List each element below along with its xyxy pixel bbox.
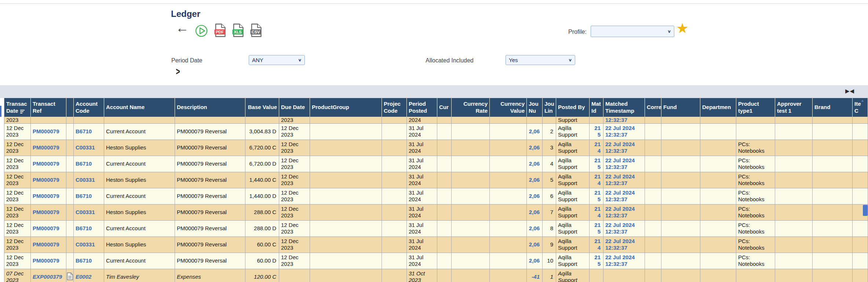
matched-link[interactable]: 22 Jul 2024 12:32:37 (605, 157, 635, 170)
account_code-link[interactable]: C00331 (76, 177, 95, 183)
ref-link[interactable]: PM000079 (33, 193, 59, 199)
cell-department (700, 123, 736, 140)
matched-link[interactable]: 22 Jul 2024 12:32:37 (605, 238, 635, 251)
mat_id-link[interactable]: 214 (594, 173, 601, 186)
favorite-star-icon[interactable]: ★ (676, 21, 689, 35)
matched-link[interactable]: 22 Jul 2024 12:32:37 (605, 125, 635, 138)
col-posted_by[interactable]: Posted By (556, 98, 590, 117)
jou_nu-link[interactable]: 2,06 (529, 209, 540, 215)
col-cur[interactable]: Cur (437, 98, 452, 117)
left-scroll-thumb[interactable] (0, 106, 1, 117)
col-currency_rate[interactable]: Currency Rate (452, 98, 490, 117)
document-icon[interactable] (67, 272, 73, 280)
col-account_name[interactable]: Account Name (104, 98, 175, 117)
export-pdf-icon[interactable]: PDF (214, 24, 226, 39)
matched-link[interactable]: 22 Jul 2024 12:32:37 (605, 222, 635, 235)
mat_id-link[interactable]: 215 (594, 157, 601, 170)
col-ref[interactable]: Transact Ref (31, 98, 66, 117)
matched-link[interactable]: 22 Jul 2024 12:32:37 (605, 189, 635, 202)
cell-doc (66, 220, 74, 236)
jou_nu-link[interactable]: 2,06 (529, 241, 540, 247)
jou_nu-link[interactable]: 2,06 (529, 177, 540, 183)
col-item_c[interactable]: Ite C (853, 98, 868, 117)
mat_id-link[interactable]: 214 (594, 206, 601, 218)
ref-link[interactable]: PM000079 (33, 257, 59, 264)
cell-brand (813, 123, 853, 140)
account_code-link[interactable]: E0002 (76, 274, 91, 280)
col-matched[interactable]: Matched Timestamp (603, 98, 645, 117)
account_code-link[interactable]: C00331 (76, 209, 95, 215)
allocated-included-select[interactable]: Yes ∨ (506, 55, 575, 65)
export-csv-icon[interactable]: CSV (250, 24, 262, 39)
jou_nu-link[interactable]: 2,06 (529, 128, 540, 134)
account_code-link[interactable]: B6710 (76, 160, 92, 167)
jou_nu-link[interactable]: 2,06 (529, 225, 540, 231)
col-brand[interactable]: Brand (813, 98, 853, 117)
col-product_type1[interactable]: Product type1 (736, 98, 775, 117)
col-fund[interactable]: Fund (661, 98, 700, 117)
cell-approver_test1 (775, 204, 813, 220)
ref-link[interactable]: PM000079 (33, 177, 59, 183)
cell-fund (661, 156, 700, 172)
mat_id-link[interactable]: 215 (594, 222, 601, 235)
col-doc[interactable] (66, 98, 74, 117)
ref-link[interactable]: PM000079 (33, 241, 59, 247)
matched-link[interactable]: 22 Jul 2024 12:32:37 (605, 254, 635, 267)
ref-link[interactable]: PM000079 (33, 209, 59, 215)
jou_nu-link[interactable]: 2,06 (529, 257, 540, 264)
jou_nu-link[interactable]: -41 (532, 274, 540, 280)
mat_id-link[interactable]: 215 (594, 254, 601, 267)
col-jou_lin[interactable]: Jou Lin (543, 98, 556, 117)
table-header: Transac DateTransact RefAccount CodeAcco… (4, 98, 868, 117)
matched-link[interactable]: 22 Jul 2024 12:32:37 (605, 173, 635, 186)
matched-link[interactable]: 12:32:37 (605, 117, 627, 123)
matched-link[interactable]: 22 Jul 2024 12:32:37 (605, 206, 635, 218)
account_code-link[interactable]: C00331 (76, 241, 95, 247)
mat_id-link[interactable]: 214 (594, 141, 601, 154)
col-product_group[interactable]: ProductGroup (310, 98, 382, 117)
jou_nu-link[interactable]: 2,06 (529, 144, 540, 151)
ref-link[interactable]: PM000079 (33, 128, 59, 134)
cell-item_c (853, 140, 868, 156)
col-description[interactable]: Description (175, 98, 245, 117)
col-approver_test1[interactable]: Approver test 1 (775, 98, 813, 117)
col-corre[interactable]: Corre (645, 98, 661, 117)
col-project_code[interactable]: Projec Code (382, 98, 407, 117)
mat_id-link[interactable]: 215 (594, 125, 601, 138)
account_code-link[interactable]: C00331 (76, 144, 95, 151)
account_code-link[interactable]: B6710 (76, 257, 92, 264)
col-account_code[interactable]: Account Code (74, 98, 104, 117)
cell-item_c (853, 269, 868, 282)
run-report-icon[interactable] (195, 25, 208, 39)
col-department[interactable]: Departmen (700, 98, 736, 117)
col-base_value[interactable]: Base Value (245, 98, 279, 117)
matched-link[interactable]: 22 Jul 2024 12:32:37 (605, 141, 635, 154)
jou_nu-link[interactable]: 2,06 (529, 193, 540, 199)
account_code-link[interactable]: B6710 (76, 128, 92, 134)
col-date[interactable]: Transac Date (4, 98, 31, 117)
profile-select[interactable]: ∨ (591, 26, 674, 37)
ref-link[interactable]: PM000079 (33, 160, 59, 167)
mat_id-link[interactable]: 215 (594, 189, 601, 202)
collapse-columns-icon[interactable]: ▶◀ (845, 88, 854, 94)
ref-link[interactable]: PM000079 (33, 144, 59, 151)
back-arrow-icon[interactable]: ← (176, 21, 189, 35)
sort-icon[interactable] (20, 109, 25, 113)
col-mat_id[interactable]: Mat Id (590, 98, 603, 117)
account_code-link[interactable]: B6710 (76, 193, 92, 199)
ref-link[interactable]: EXP000379 (33, 274, 62, 280)
col-due_date[interactable]: Due Date (279, 98, 310, 117)
col-currency_value[interactable]: Currency Value (490, 98, 527, 117)
period-date-select[interactable]: ANY ∨ (249, 55, 305, 65)
col-period_posted[interactable]: Period Posted (407, 98, 437, 117)
ref-link[interactable]: PM000079 (33, 225, 59, 231)
expand-filters-chevron-icon[interactable]: > (176, 66, 180, 77)
jou_nu-link[interactable]: 2,06 (529, 160, 540, 167)
vertical-scrollbar-thumb[interactable] (863, 205, 868, 216)
mat_id-link[interactable]: 214 (594, 238, 601, 251)
scroll-up-icon[interactable]: ▲ (861, 99, 864, 102)
cell-project_code (382, 156, 407, 172)
col-jou_nu[interactable]: Jou Nu (527, 98, 543, 117)
account_code-link[interactable]: B6710 (76, 225, 92, 231)
export-xls-icon[interactable]: XLS (232, 24, 244, 39)
